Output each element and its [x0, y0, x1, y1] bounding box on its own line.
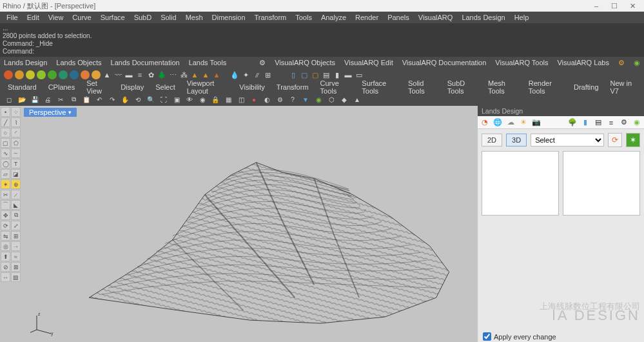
menu-view[interactable]: View [44, 13, 68, 22]
sun-icon[interactable]: ☀ [519, 118, 528, 127]
misc-icon-3[interactable]: ▲ [352, 94, 362, 105]
render-icon[interactable]: ● [249, 94, 259, 105]
tab-curve-tools[interactable]: Curve Tools [317, 79, 355, 96]
tab-visibility[interactable]: Visibility [235, 83, 269, 92]
chamfer-tool-icon[interactable]: ◣ [11, 200, 21, 210]
path-icon[interactable]: 〰 [113, 70, 122, 79]
split-tool-icon[interactable]: ⟋ [11, 190, 21, 199]
menu-edit[interactable]: Edit [23, 13, 43, 22]
tab-set-view[interactable]: Set View [83, 79, 113, 96]
zoom-extents-icon[interactable]: ⛶ [159, 94, 169, 105]
ellipse-tool-icon[interactable]: ◯ [1, 159, 10, 168]
menu-subd[interactable]: SubD [130, 13, 156, 22]
polyline-tool-icon[interactable]: ⌇ [11, 117, 21, 127]
preview-pane-2[interactable] [563, 151, 640, 216]
tab-visualarq-documentation[interactable]: VisualARQ Documentation [402, 59, 487, 66]
preview-pane-1[interactable] [482, 151, 559, 216]
tag-icon[interactable]: ⊞ [263, 70, 272, 79]
tab-lands-tools[interactable]: Lands Tools [189, 59, 227, 66]
misc-icon-1[interactable]: ⬡ [326, 94, 337, 105]
tool-ball-3[interactable] [26, 70, 35, 79]
tab-transform[interactable]: Transform [273, 83, 313, 92]
copy-tool-icon[interactable]: ⧉ [11, 210, 21, 220]
arc-tool-icon[interactable]: ◜ [11, 128, 21, 137]
tree-panel-icon[interactable]: 🌳 [568, 118, 577, 127]
tool-ball-2[interactable] [15, 70, 24, 79]
stair-icon[interactable]: ▤ [322, 70, 331, 79]
menu-analyze[interactable]: Analyze [317, 13, 350, 22]
solid-tool-icon[interactable]: ◪ [11, 169, 21, 179]
pipe-icon[interactable]: ⫽ [252, 70, 261, 79]
menu-surface[interactable]: Surface [97, 13, 129, 22]
mesh-tool-icon[interactable]: ⊠ [11, 262, 21, 272]
tab-drafting[interactable]: Drafting [570, 83, 603, 92]
line-tool-icon[interactable]: ╱ [1, 117, 10, 127]
refresh-button[interactable]: ⟳ [608, 133, 622, 147]
terrain-mesh-icon[interactable]: ▲ [190, 70, 199, 79]
forest-icon[interactable]: ⁂ [179, 70, 188, 79]
gear-icon[interactable]: ⚙ [259, 59, 266, 67]
tab-render-tools[interactable]: Render Tools [525, 79, 566, 96]
join-tool-icon[interactable]: ⊕ [11, 179, 21, 189]
terrain-mesh-icon-2[interactable]: ▲ [201, 70, 210, 79]
tab-display[interactable]: Display [117, 83, 148, 92]
door-icon[interactable]: ▢ [300, 70, 309, 79]
redo-icon[interactable]: ↷ [107, 94, 117, 105]
tab-cplanes[interactable]: CPlanes [44, 83, 79, 92]
tree-icon[interactable]: 🌲 [157, 70, 166, 79]
surface-tool-icon[interactable]: ▱ [1, 169, 10, 179]
tab-standard[interactable]: Standard [4, 83, 41, 92]
explode-tool-icon[interactable]: ✶ [1, 179, 10, 189]
wall-icon[interactable]: ▬ [124, 70, 133, 79]
rhino-icon[interactable]: ◔ [480, 118, 489, 127]
menu-solid[interactable]: Solid [157, 13, 180, 22]
mirror-tool-icon[interactable]: ⇋ [1, 231, 10, 241]
tab-surface-tools[interactable]: Surface Tools [358, 79, 400, 96]
menu-landsdesign[interactable]: Lands Design [458, 13, 509, 22]
tab-new-in-v7[interactable]: New in V7 [607, 79, 640, 96]
water-panel-icon[interactable]: ▮ [581, 118, 590, 127]
beam-icon[interactable]: ▬ [344, 70, 353, 79]
menu-transform[interactable]: Transform [251, 13, 291, 22]
hide-icon[interactable]: 👁 [184, 94, 195, 105]
tab-mesh-tools[interactable]: Mesh Tools [484, 79, 521, 96]
menu-file[interactable]: File [3, 13, 22, 22]
list-icon[interactable]: ▤ [594, 118, 603, 127]
maximize-button[interactable]: ☐ [605, 1, 623, 11]
tool-ball-8[interactable] [81, 70, 90, 79]
tab-visualarq-objects[interactable]: VisualARQ Objects [275, 59, 335, 66]
loft-tool-icon[interactable]: ≈ [11, 252, 21, 261]
terrain-mesh-icon-3[interactable]: ▲ [212, 70, 221, 79]
boolean-tool-icon[interactable]: ⊘ [1, 262, 10, 272]
scale-tool-icon[interactable]: ⤢ [11, 221, 21, 230]
mode-2d-button[interactable]: 2D [482, 134, 502, 146]
zoom-window-icon[interactable]: ▣ [171, 94, 182, 105]
grasshopper-icon-2[interactable]: ◉ [313, 94, 324, 105]
globe-icon[interactable]: 🌐 [493, 118, 502, 127]
polygon-tool-icon[interactable]: ⬠ [11, 138, 21, 148]
lock-icon[interactable]: 🔒 [210, 94, 220, 105]
apply-every-change[interactable]: Apply every change [478, 328, 644, 342]
sprinkler-icon[interactable]: ✦ [241, 70, 250, 79]
tool-ball-4[interactable] [37, 70, 46, 79]
terrain-icon[interactable]: ▲ [102, 70, 112, 79]
hatch-tool-icon[interactable]: ▨ [11, 272, 21, 282]
fence-icon[interactable]: ≡ [135, 70, 144, 79]
move-tool-icon[interactable]: ✥ [1, 210, 10, 220]
rotate-tool-icon[interactable]: ⟳ [1, 221, 10, 230]
pan-icon[interactable]: ✋ [120, 94, 130, 105]
gh-panel-icon[interactable]: ◉ [632, 118, 641, 127]
filter-icon[interactable]: ▼ [300, 94, 311, 105]
undo-icon[interactable]: ↶ [94, 94, 104, 105]
show-icon[interactable]: ◉ [197, 94, 208, 105]
window-icon[interactable]: ▢ [311, 70, 320, 79]
slab-icon[interactable]: ▭ [355, 70, 364, 79]
offset-tool-icon[interactable]: ◎ [1, 241, 10, 251]
menu-render[interactable]: Render [351, 13, 382, 22]
building-icon[interactable]: ▯ [289, 70, 298, 79]
extend-tool-icon[interactable]: → [11, 241, 21, 251]
point-tool-icon[interactable]: • [1, 107, 10, 117]
tab-lands-documentation[interactable]: Lands Documentation [111, 59, 180, 66]
tab-lands-design[interactable]: Lands Design [4, 59, 47, 66]
menu-help[interactable]: Help [511, 13, 533, 22]
